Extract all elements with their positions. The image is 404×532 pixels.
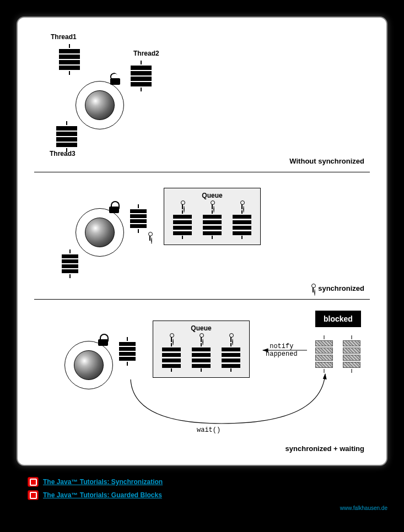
- monitor-object: [76, 208, 124, 257]
- lock-closed-icon: [109, 202, 119, 213]
- link-sync-tutorial[interactable]: The Java™ Tutorials: Synchronization: [43, 478, 163, 486]
- key-icon: [147, 232, 153, 241]
- link-guarded-blocks[interactable]: The Java™ Tutorials: Guarded Blocks: [43, 491, 162, 499]
- queued-thread-icon: [173, 200, 192, 239]
- queued-thread-icon: [233, 200, 251, 239]
- monitor-object: [64, 341, 113, 389]
- section-without-sync: Thread1 Thread2 Thread3 Without synchron…: [23, 29, 381, 172]
- section-synchronized: Queue synchronized: [23, 172, 381, 299]
- queue-title: Queue: [173, 192, 251, 199]
- oracle-icon: [28, 477, 39, 487]
- wait-queue: Queue: [153, 321, 250, 378]
- thread-stack-icon: [130, 204, 147, 233]
- blocked-badge: blocked: [315, 311, 361, 327]
- caption-text: synchronized: [310, 284, 364, 292]
- queue-title: Queue: [162, 324, 240, 332]
- footer-url: www.falkhausen.de: [340, 505, 387, 511]
- oracle-icon: [28, 490, 39, 500]
- notify-label: notify happened: [266, 343, 298, 358]
- blocked-thread-icon: [315, 335, 333, 373]
- thread-stack-icon: [59, 44, 80, 75]
- thread-stack-icon: [56, 121, 77, 152]
- queued-thread-icon: [162, 333, 181, 372]
- diagram-panel: Thread1 Thread2 Thread3 Without synchron…: [17, 17, 387, 466]
- queued-thread-icon: [222, 333, 240, 372]
- thread-stack-icon: [131, 61, 152, 91]
- monitor-object: [76, 81, 124, 129]
- caption-text: synchronized + waiting: [286, 444, 364, 453]
- thread-stack-icon: [62, 249, 78, 278]
- caption-text: Without synchronized: [289, 157, 364, 165]
- label-thread1: Thread1: [51, 33, 77, 41]
- external-links: The Java™ Tutorials: Synchronization The…: [28, 477, 404, 500]
- wait-label: wait(): [197, 426, 220, 434]
- lock-closed-icon: [98, 335, 108, 346]
- section-sync-waiting: Queue blocked notify happened wait(): [23, 300, 381, 459]
- wait-queue: Queue: [164, 188, 261, 245]
- queued-thread-icon: [203, 200, 222, 239]
- thread-stack-icon: [119, 337, 136, 366]
- lock-open-icon: [110, 74, 120, 85]
- label-thread2: Thread2: [133, 50, 159, 57]
- blocked-thread-icon: [343, 335, 360, 373]
- queued-thread-icon: [192, 333, 211, 372]
